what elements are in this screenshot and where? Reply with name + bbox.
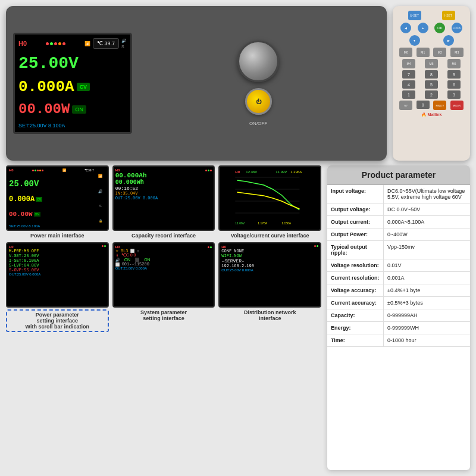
- remote-m5[interactable]: M5: [425, 59, 438, 68]
- pp-line4: S-LVP:04.80V: [9, 263, 106, 268]
- remote-3[interactable]: 3: [447, 90, 461, 99]
- sp-dot1: [208, 246, 209, 248]
- param-value: 0-999999AH: [384, 309, 470, 321]
- main-mini-lcd: H0 📶 ℃39.7: [9, 168, 94, 228]
- remote-m3[interactable]: M3: [450, 48, 464, 57]
- device-main: H0 📶 ℃ 39.7 🔊: [6, 6, 387, 161]
- remote-m1[interactable]: M1: [416, 48, 430, 57]
- c-dot2: [208, 170, 209, 171]
- main-mini-w: 00.00W: [9, 211, 33, 218]
- remote-m0[interactable]: M0: [399, 48, 412, 57]
- main-ho: H0: [9, 168, 14, 172]
- remote-down[interactable]: ▼: [409, 35, 420, 46]
- remote-2[interactable]: 2: [425, 90, 438, 99]
- remote-7[interactable]: 7: [402, 70, 415, 79]
- product-param-panel: Product parameter Input voltage:DC6.0~55…: [327, 165, 470, 470]
- remote-m6[interactable]: M6: [447, 59, 461, 68]
- top-screens-row: H0 📶 ℃39.7: [6, 165, 321, 239]
- main-mini-set: SET:25.00V 8.100A: [9, 224, 94, 228]
- param-row: Current accuracy:±0.5%+3 bytes: [327, 297, 470, 309]
- sp-bl: BL3: [121, 249, 128, 253]
- param-value: 0-999999WH: [384, 322, 470, 334]
- param-label: Time:: [327, 334, 384, 346]
- remote-4[interactable]: 4: [402, 80, 415, 89]
- cap-ah: 00.000Ah: [115, 172, 212, 179]
- np-set: OUT:25.00V 0.000A: [221, 268, 318, 272]
- system-param-screen: H0 ☀ BL3 ⬜ 0 �: [112, 242, 215, 308]
- curve-mini-screen: H0 12.46V 11.99V 1.236A: [218, 165, 321, 231]
- power-button[interactable]: ⏻: [245, 88, 272, 115]
- remote-ok[interactable]: OK: [434, 23, 445, 33]
- curve-screen-label: Voltage/current curve interface: [218, 233, 321, 239]
- param-row: Energy:0-999999WH: [327, 322, 470, 334]
- remote-8[interactable]: 8: [425, 70, 438, 79]
- remote-m2[interactable]: M2: [433, 48, 446, 57]
- param-row: Current resolution:0.001A: [327, 272, 470, 284]
- param-label: Voltage resolution:: [327, 259, 384, 271]
- capacity-mini-screen: H0 00.000Ah 00.000Wh 00:16:52 IN:35.04V …: [112, 165, 215, 231]
- main-mini-right: 📶 🔊 S 🔒: [95, 168, 106, 228]
- param-label: Energy:: [327, 322, 384, 334]
- dot-1: [46, 42, 49, 45]
- param-label: Typical output ripple:: [327, 241, 384, 259]
- lcd-screen: H0 📶 ℃ 39.7 🔊: [13, 33, 132, 134]
- param-label: Input voltage:: [327, 185, 384, 203]
- remote-0[interactable]: 0: [416, 101, 430, 109]
- m-dot5: [42, 170, 43, 171]
- lcd-power: 00.00W: [18, 101, 70, 117]
- remote-1[interactable]: 1: [402, 90, 415, 99]
- sp-temp: ℃C 0.0: [121, 253, 136, 258]
- param-label: Output Power:: [327, 228, 384, 240]
- svg-text:12.46V: 12.46V: [246, 170, 258, 174]
- remote-i-set[interactable]: I-SET: [442, 11, 455, 20]
- np-ip: 192.168.2.190: [221, 264, 318, 268]
- remote-m4[interactable]: M4: [402, 59, 415, 68]
- dot-4: [58, 42, 61, 45]
- encoder-knob[interactable]: [237, 40, 279, 82]
- remote-5[interactable]: 5: [425, 80, 438, 89]
- remote-9[interactable]: 9: [447, 70, 461, 79]
- system-param-item: H0 ☀ BL3 ⬜ 0 �: [112, 242, 215, 332]
- svg-text:1.236A: 1.236A: [291, 170, 302, 174]
- remote-left[interactable]: ◀: [400, 23, 411, 33]
- pp-dot1: [102, 245, 104, 247]
- dot-5: [62, 42, 65, 45]
- sp-line: 001--115200: [122, 262, 149, 267]
- param-row: Capacity:0-999999AH: [327, 309, 470, 322]
- capacity-interface-item: H0 00.000Ah 00.000Wh 00:16:52 IN:35.04V …: [112, 165, 215, 239]
- m-dot1: [32, 170, 34, 171]
- param-value: 0.01V: [384, 259, 470, 271]
- remote-up[interactable]: ▲: [418, 23, 428, 33]
- bottom-section: H0 📶 ℃39.7: [6, 165, 470, 470]
- curve-svg: H0 12.46V 11.99V 1.236A: [221, 168, 318, 228]
- curve-interface-item: H0 12.46V 11.99V 1.236A: [218, 165, 321, 239]
- sp-on1: ON: [124, 258, 131, 262]
- cap-in: IN:35.04V: [115, 191, 212, 196]
- remote-m8-12v[interactable]: M8|12V: [433, 101, 446, 110]
- np-dot2: [317, 245, 318, 247]
- remote-u-set[interactable]: U-SET: [408, 11, 421, 20]
- lcd-current: 0.000A: [18, 78, 74, 96]
- param-label: Output voltage:: [327, 203, 384, 215]
- param-value: ±0.4%+1 byte: [384, 284, 470, 296]
- main-container: H0 📶 ℃ 39.7 🔊: [0, 0, 476, 476]
- remote-right[interactable]: ▶: [443, 35, 454, 46]
- param-row: Time:0-1000 hour: [327, 334, 470, 347]
- lcd-set-bar: SET:25.00V 8.100A: [18, 123, 127, 129]
- power-param-screen: H0 M-PRE:M0 OFF V-SET:25.00V I-SET:8.100…: [6, 242, 109, 308]
- remote-6[interactable]: 6: [447, 80, 461, 89]
- np-server: -SERVER-: [221, 258, 318, 264]
- remote-m9-24v[interactable]: M9|24V: [450, 101, 464, 110]
- cv-badge: CV: [77, 83, 90, 91]
- remote-lock[interactable]: LOCK: [452, 23, 462, 33]
- top-section: H0 📶 ℃ 39.7 🔊: [6, 6, 470, 161]
- power-param-label-text: Power parameter: [36, 312, 79, 318]
- main-mini-screen: H0 📶 ℃39.7: [6, 165, 109, 231]
- main-mini-v: 25.00V: [9, 179, 94, 189]
- remote-m7[interactable]: M7: [399, 101, 412, 110]
- pp-line3: I-SET:8.100A: [9, 258, 106, 263]
- np-dot1: [314, 245, 316, 247]
- c-dot3: [210, 170, 212, 171]
- param-label: Voltage accuracy:: [327, 284, 384, 296]
- svg-text:11.66V: 11.66V: [236, 221, 246, 225]
